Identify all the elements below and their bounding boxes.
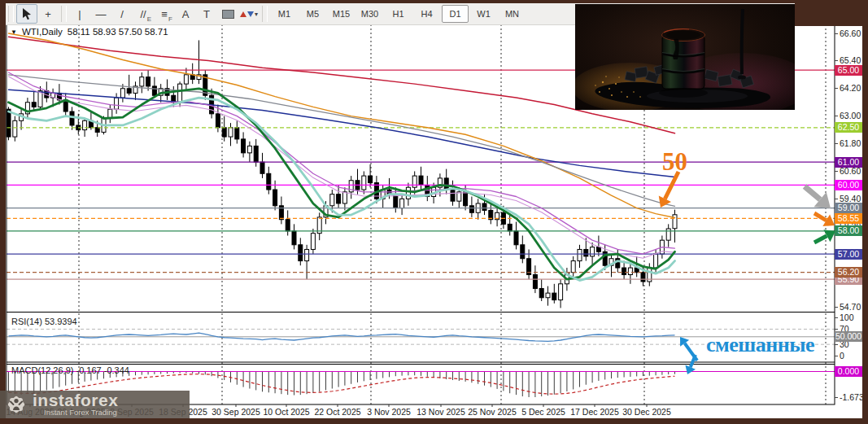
price-level-label-58.00: 58.00 <box>835 225 862 236</box>
chart-title: ▼ WTI,Daily 58.11 58.93 57.50 58.71 <box>11 27 168 37</box>
date-label: 22 Oct 2025 <box>314 407 360 417</box>
instaforex-watermark: instaforex Instant Forex Trading <box>0 391 190 418</box>
frame-left <box>0 0 6 424</box>
price-level-label-56.20: 56.20 <box>835 267 862 278</box>
equidistant-channel-icon: // <box>140 8 146 20</box>
timeframe-m5-button[interactable]: M5 <box>299 5 326 23</box>
equidistant-channel-tool-button[interactable]: //E <box>133 4 154 24</box>
horizontal-line-tool-button[interactable]: — <box>90 4 111 24</box>
oil-barrel-photo <box>575 4 795 110</box>
fibonacci-icon: ≡ <box>161 8 168 20</box>
price-tick-63.00: 63.00 <box>835 111 862 120</box>
vertical-line-icon: | <box>78 8 81 20</box>
price-level-label-60.00: 60.00 <box>835 180 862 190</box>
macd-indicator-label: MACD(12,26,9) -0.167 -0.344 <box>11 365 129 375</box>
cursor-icon <box>21 7 33 20</box>
price-axis[interactable]: 66.6065.4064.2063.0061.8060.6059.4058.20… <box>835 0 862 424</box>
instaforex-gear-logo <box>5 392 28 417</box>
text-icon: A <box>182 8 190 20</box>
ma50-annotation-text: 50 <box>662 147 687 177</box>
text-label-icon: T <box>203 8 210 20</box>
date-label: 3 Nov 2025 <box>367 407 411 417</box>
cursor-tool-button[interactable] <box>16 4 37 24</box>
trading-platform-window: +|—///E≡FAT▾ M1M5M15M30H1H4D1W1MN ▼ WTI,… <box>0 0 868 424</box>
price-level-label-61.00: 61.00 <box>835 157 862 168</box>
date-label: 10 Oct 2025 <box>263 407 309 417</box>
frame-top-right-patch <box>795 0 862 26</box>
rsi-indicator-label: RSI(14) 53.9394 <box>11 317 77 326</box>
green-right-arrow <box>814 229 835 243</box>
watermark-brand: instaforex <box>33 393 118 408</box>
macd-tick: -1.673 <box>835 392 862 402</box>
price-level-label-59.00: 59.00 <box>835 203 862 213</box>
price-level-label-62.50: 62.50 <box>835 122 862 133</box>
crosshair-icon: + <box>45 8 51 20</box>
gray-arrow <box>805 186 831 208</box>
price-tick-60.60: 60.60 <box>835 166 862 176</box>
rsi-level-label: 50.000 <box>835 331 862 342</box>
timeframe-d1-button[interactable]: D1 <box>442 5 469 23</box>
vertical-line-tool-button[interactable]: | <box>69 4 90 24</box>
trendline-icon: / <box>120 8 124 20</box>
price-level-label-65.00: 65.00 <box>835 65 862 76</box>
price-tick-64.20: 64.20 <box>835 83 862 93</box>
toolbar-grip[interactable] <box>8 6 14 22</box>
rsi-tick-0: 0 <box>835 351 862 361</box>
timeframe-h4-button[interactable]: H4 <box>413 5 440 23</box>
toolbar-separator <box>61 6 67 22</box>
shapes-tool-button[interactable] <box>217 4 238 24</box>
fibonacci-tool-button[interactable]: ≡F <box>154 4 175 24</box>
rsi-annotation-text: смешанные <box>706 333 814 357</box>
timeframe-mn-button[interactable]: MN <box>499 5 526 23</box>
toolbar-grip-2[interactable] <box>262 6 268 22</box>
date-label: 30 Dec 2025 <box>622 407 671 417</box>
chevron-down-icon: ▾ <box>255 11 258 18</box>
price-tick-54.70: 54.70 <box>835 302 862 312</box>
symbol-name: WTI,Daily <box>22 27 63 37</box>
crosshair-tool-button[interactable]: + <box>37 4 59 24</box>
symbol-dropdown-icon[interactable]: ▼ <box>11 28 17 36</box>
price-level-label-58.55: 58.55 <box>835 213 862 224</box>
frame-bottom <box>0 418 868 424</box>
timeframe-w1-button[interactable]: W1 <box>470 5 497 23</box>
date-label: 5 Dec 2025 <box>521 407 565 417</box>
price-tick-61.80: 61.80 <box>835 138 862 148</box>
text-tool-button[interactable]: A <box>175 4 196 24</box>
ohlc-values: 58.11 58.93 57.50 58.71 <box>68 27 168 37</box>
timeframe-m30-button[interactable]: M30 <box>356 5 383 23</box>
price-tick-66.60: 66.60 <box>835 28 862 38</box>
trendline-tool-button[interactable]: / <box>111 4 133 24</box>
timeframe-m15-button[interactable]: M15 <box>328 5 355 23</box>
price-tick-59.40: 59.40 <box>835 194 862 203</box>
price-level-label-57.00: 57.00 <box>835 249 862 260</box>
date-label: 17 Dec 2025 <box>570 407 619 417</box>
timeframe-h1-button[interactable]: H1 <box>385 5 412 23</box>
arrows-tool-button[interactable]: ▾ <box>238 4 260 24</box>
frame-top <box>0 0 868 3</box>
frame-right <box>862 0 868 424</box>
horizontal-line-icon: — <box>96 8 107 20</box>
rsi-tick-100: 100 <box>835 313 862 322</box>
ma50-arrow <box>659 172 678 208</box>
date-label: 25 Nov 2025 <box>468 407 517 417</box>
equidistant-channel-sub-label: E <box>147 15 151 23</box>
macd-zero-label: 0.000 <box>835 366 862 377</box>
timeframe-m1-button[interactable]: M1 <box>271 5 298 23</box>
date-label: 30 Sep 2025 <box>212 407 260 417</box>
fibonacci-sub-label: F <box>168 15 172 23</box>
text-label-tool-button[interactable]: T <box>196 4 217 24</box>
arrows-icon <box>240 11 246 17</box>
watermark-tagline: Instant Forex Trading <box>44 408 118 417</box>
orange-right-arrow <box>814 213 835 226</box>
price-tick-65.40: 65.40 <box>835 55 862 65</box>
date-label: 13 Nov 2025 <box>417 407 465 417</box>
shapes-icon <box>222 10 234 19</box>
